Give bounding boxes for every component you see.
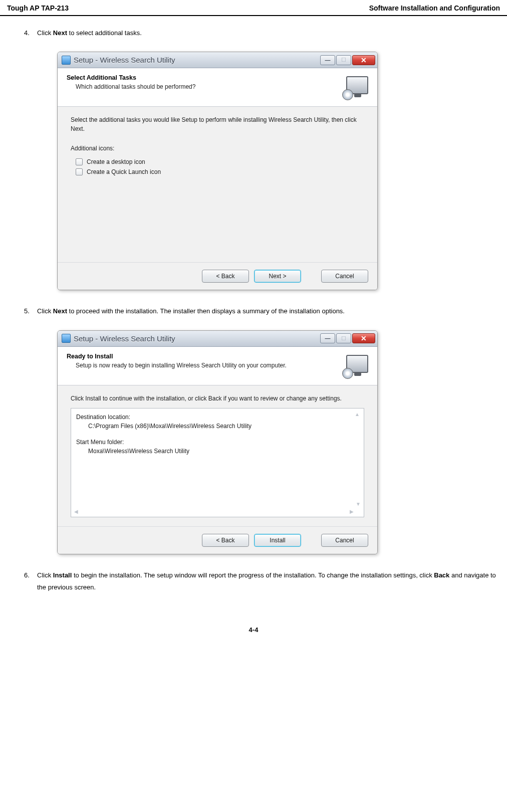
checkbox-row-quicklaunch[interactable]: Create a Quick Launch icon — [76, 168, 364, 175]
close-button[interactable] — [352, 55, 375, 65]
wizard-subheading-2: Setup is now ready to begin installing W… — [67, 361, 287, 370]
wizard-header-2: Ready to Install Setup is now ready to b… — [58, 347, 377, 385]
minimize-button[interactable] — [320, 55, 335, 65]
step-6: 6.Click Install to begin the installatio… — [37, 569, 500, 593]
step-4-bold: Next — [53, 29, 67, 37]
checkbox-row-desktop[interactable]: Create a desktop icon — [76, 158, 364, 165]
window-title-2: Setup - Wireless Search Utility — [74, 334, 175, 343]
step-6-text-a: Click — [37, 571, 53, 579]
wizard-body-1: Select the additional tasks you would li… — [58, 107, 377, 262]
cancel-button-2[interactable]: Cancel — [321, 534, 368, 547]
additional-icons-label: Additional icons: — [71, 144, 364, 153]
step-4-text-b: to select additional tasks. — [67, 29, 142, 37]
summary-textbox[interactable]: Destination location: C:\Program Files (… — [71, 408, 364, 517]
step-6-text-mid: to begin the installation. The setup win… — [72, 571, 434, 579]
page-number: 4-4 — [0, 606, 507, 644]
window-title-1: Setup - Wireless Search Utility — [74, 56, 175, 64]
installer-icon — [62, 334, 71, 343]
wizard-instruction-1: Select the additional tasks you would li… — [71, 116, 364, 133]
step-4-text-a: Click — [37, 29, 53, 37]
step-6-num: 6. — [24, 569, 37, 581]
startmenu-value: Moxa\Wireless\Wireless Search Utility — [76, 447, 359, 456]
startmenu-label: Start Menu folder: — [76, 438, 359, 447]
installer-icon — [62, 56, 71, 65]
wizard-header-icon — [342, 353, 368, 379]
scroll-left-icon[interactable]: ◀ — [74, 509, 78, 515]
header-right: Software Installation and Configuration — [369, 4, 500, 12]
checkbox-desktop-label: Create a desktop icon — [87, 158, 145, 165]
back-button-1[interactable]: < Back — [202, 270, 249, 283]
screenshot-1: Setup - Wireless Search Utility Select A… — [57, 52, 500, 290]
scroll-right-icon[interactable]: ▶ — [350, 509, 354, 515]
step-5-num: 5. — [24, 305, 37, 317]
wizard-body-2: Click Install to continue with the insta… — [58, 385, 377, 526]
checkbox-quicklaunch-label: Create a Quick Launch icon — [87, 168, 161, 175]
step-4-num: 4. — [24, 27, 37, 39]
wizard-window-2: Setup - Wireless Search Utility Ready to… — [57, 330, 378, 554]
scroll-down-icon[interactable]: ▼ — [356, 501, 361, 507]
close-button[interactable] — [352, 333, 375, 343]
wizard-header-icon — [342, 74, 368, 100]
step-4: 4.Click Next to select additional tasks. — [37, 27, 500, 39]
wizard-header-1: Select Additional Tasks Which additional… — [58, 68, 377, 107]
next-button-1[interactable]: Next > — [254, 270, 301, 283]
step-6-bold-2: Back — [434, 571, 449, 579]
wizard-subheading-1: Which additional tasks should be perform… — [67, 83, 195, 91]
maximize-button — [336, 333, 351, 343]
checkbox-desktop-icon[interactable] — [76, 158, 83, 165]
scroll-up-icon[interactable]: ▲ — [355, 412, 361, 417]
maximize-button — [336, 55, 351, 65]
step-5: 5.Click Next to proceed with the install… — [37, 305, 500, 317]
page-header: Tough AP TAP-213 Software Installation a… — [0, 0, 507, 16]
wizard-button-row-1: < Back Next > Cancel — [58, 262, 377, 290]
wizard-heading-2: Ready to Install — [67, 353, 287, 360]
screenshot-2: Setup - Wireless Search Utility Ready to… — [57, 330, 500, 554]
checkbox-quicklaunch-icon[interactable] — [76, 168, 83, 175]
titlebar-1: Setup - Wireless Search Utility — [58, 52, 377, 68]
install-button[interactable]: Install — [254, 534, 301, 547]
header-left: Tough AP TAP-213 — [7, 4, 69, 12]
wizard-window-1: Setup - Wireless Search Utility Select A… — [57, 52, 378, 290]
dest-value: C:\Program Files (x86)\Moxa\Wireless\Wir… — [76, 422, 359, 431]
minimize-button[interactable] — [320, 333, 335, 343]
wizard-instruction-2: Click Install to continue with the insta… — [71, 394, 364, 403]
wizard-button-row-2: < Back Install Cancel — [58, 526, 377, 554]
step-6-bold-1: Install — [53, 571, 72, 579]
dest-label: Destination location: — [76, 413, 359, 422]
step-5-bold: Next — [53, 307, 67, 315]
step-5-text-a: Click — [37, 307, 53, 315]
titlebar-2: Setup - Wireless Search Utility — [58, 331, 377, 347]
cancel-button-1[interactable]: Cancel — [321, 270, 368, 283]
step-5-text-b: to proceed with the installation. The in… — [67, 307, 345, 315]
wizard-heading-1: Select Additional Tasks — [67, 74, 195, 81]
back-button-2[interactable]: < Back — [202, 534, 249, 547]
